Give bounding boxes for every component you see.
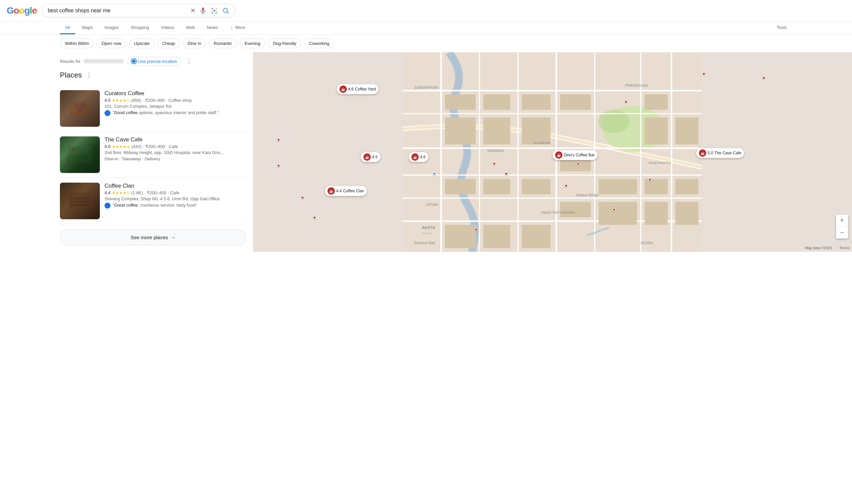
svg-text:ALKAPURI: ALKAPURI bbox=[533, 141, 550, 145]
svg-rect-55 bbox=[675, 202, 698, 225]
map-marker-coffee-yard[interactable]: ☕ 4.6 Coffee Yard bbox=[337, 84, 378, 94]
rating-row: 4.4 ★★★★½ (1.6K) · ₹200–400 · Cafe bbox=[105, 190, 246, 195]
precise-location-button[interactable]: Use precise location bbox=[127, 57, 181, 66]
coffee-clan-info: Coffee Clan 4.4 ★★★★½ (1.6K) · ₹200–400 … bbox=[105, 183, 246, 219]
svg-text:Jetalpur Bridge: Jetalpur Bridge bbox=[575, 193, 599, 197]
place-tags: Dine-in · Takeaway · Delivery bbox=[105, 156, 246, 161]
list-item[interactable]: The Cave Cafe 5.0 ★★★★★ (442) · ₹200–400… bbox=[60, 132, 246, 178]
results-meta: Results for Use precise location ⋮ bbox=[60, 56, 246, 66]
svg-rect-37 bbox=[445, 118, 476, 144]
map-marker-devis[interactable]: ☕ Devi's Coffee Bar bbox=[552, 150, 598, 160]
results-more-options-button[interactable]: ⋮ bbox=[185, 56, 193, 66]
places-title: Places bbox=[60, 71, 82, 79]
lens-search-button[interactable] bbox=[211, 7, 218, 14]
svg-rect-33 bbox=[483, 94, 510, 110]
chip-within-800m[interactable]: Within 800m bbox=[60, 39, 94, 48]
svg-point-10 bbox=[72, 148, 75, 151]
svg-point-3 bbox=[214, 10, 216, 12]
places-options-button[interactable]: ⋮ bbox=[85, 70, 93, 80]
map-marker-4-5[interactable]: ☕ 4.5 bbox=[361, 152, 380, 162]
coffee-icon: ☕ bbox=[555, 151, 563, 159]
svg-text:અકોટા: અકોટા bbox=[422, 232, 432, 235]
map-dot bbox=[277, 164, 280, 167]
coffee-icon: ☕ bbox=[699, 149, 706, 157]
chip-dog-friendly[interactable]: Dog-friendly bbox=[268, 39, 301, 48]
svg-rect-50 bbox=[445, 225, 476, 248]
map-footer: Map data ©2024 bbox=[805, 246, 832, 250]
map-dot bbox=[702, 72, 706, 75]
svg-rect-54 bbox=[645, 202, 668, 225]
svg-rect-51 bbox=[483, 225, 510, 248]
chip-romantic[interactable]: Romantic bbox=[209, 39, 237, 48]
search-bar[interactable]: best coffee shops near me ✕ bbox=[42, 4, 235, 17]
map-panel[interactable]: SUBHANPURA PRATAPGUNJ VADIWADI ALKAPURI … bbox=[253, 52, 852, 252]
chip-open-now[interactable]: Open now bbox=[96, 39, 126, 48]
main-layout: Results for Use precise location ⋮ Place… bbox=[0, 52, 852, 252]
place-address: 2nd floor, Midway Height, opp. SSG Hospi… bbox=[105, 150, 246, 155]
svg-text:PRATAPGUNJ: PRATAPGUNJ bbox=[625, 84, 648, 88]
chip-coworking[interactable]: Coworking bbox=[304, 39, 334, 48]
see-more-places-button[interactable]: See more places → bbox=[60, 230, 246, 245]
search-input[interactable]: best coffee shops near me bbox=[48, 8, 187, 14]
svg-rect-41 bbox=[645, 118, 668, 144]
list-item[interactable]: Curators Coffee 4.5 ★★★★½ (856) · ₹200–4… bbox=[60, 86, 246, 132]
tab-videos[interactable]: Videos bbox=[156, 22, 180, 34]
chip-upscale[interactable]: Upscale bbox=[129, 39, 155, 48]
map-marker-4-6-small[interactable]: ☕ 4.6 bbox=[409, 152, 428, 162]
map-dot bbox=[301, 196, 304, 199]
svg-rect-38 bbox=[483, 118, 510, 144]
tab-more[interactable]: ⋮ More bbox=[224, 22, 250, 34]
svg-text:Sayaji Baug Zoo: Sayaji Baug Zoo bbox=[648, 161, 671, 164]
map-background: SUBHANPURA PRATAPGUNJ VADIWADI ALKAPURI … bbox=[253, 52, 852, 252]
svg-rect-14 bbox=[70, 201, 90, 203]
svg-rect-43 bbox=[445, 179, 476, 194]
map-marker-coffee-clan[interactable]: ☕ 4.4 Coffee Clan bbox=[325, 186, 367, 196]
zoom-out-button[interactable]: − bbox=[836, 227, 848, 238]
svg-rect-46 bbox=[560, 202, 591, 217]
nav-tabs: All Maps Images Shopping Videos Web News… bbox=[0, 22, 852, 35]
map-dot bbox=[277, 138, 280, 141]
map-dot bbox=[504, 172, 508, 175]
chip-dine-in[interactable]: Dine in bbox=[183, 39, 206, 48]
left-panel: Results for Use precise location ⋮ Place… bbox=[0, 52, 253, 252]
google-logo[interactable]: Google bbox=[7, 5, 37, 16]
svg-rect-13 bbox=[70, 198, 90, 199]
tab-tools[interactable]: Tools bbox=[771, 22, 792, 34]
rating-row: 5.0 ★★★★★ (442) · ₹200–400 · Cafe bbox=[105, 144, 246, 149]
place-name: Coffee Clan bbox=[105, 183, 246, 189]
curators-coffee-info: Curators Coffee 4.5 ★★★★½ (856) · ₹200–4… bbox=[105, 90, 246, 127]
map-dot bbox=[576, 162, 580, 165]
clear-search-button[interactable]: ✕ bbox=[190, 7, 195, 14]
chip-evening[interactable]: Evening bbox=[239, 39, 265, 48]
map-marker-cave-cafe[interactable]: ☕ 5.0 The Cave Cafe bbox=[696, 148, 744, 158]
map-dot bbox=[433, 172, 436, 175]
map-dot bbox=[565, 184, 568, 187]
places-header: Places ⋮ bbox=[60, 70, 246, 80]
tab-news[interactable]: News bbox=[202, 22, 223, 34]
coffee-icon: ☕ bbox=[339, 86, 347, 93]
place-review: "Good coffee options, spacious interior … bbox=[105, 110, 246, 116]
map-terms[interactable]: Terms bbox=[839, 246, 849, 250]
zoom-in-button[interactable]: + bbox=[836, 215, 848, 227]
map-dot bbox=[313, 216, 316, 219]
voice-search-button[interactable] bbox=[199, 7, 207, 14]
location-dot-icon bbox=[131, 59, 136, 64]
map-controls: + − bbox=[836, 215, 848, 238]
chip-cheap[interactable]: Cheap bbox=[157, 39, 180, 48]
tab-maps[interactable]: Maps bbox=[76, 22, 98, 34]
svg-rect-34 bbox=[522, 94, 551, 110]
tab-shopping[interactable]: Shopping bbox=[125, 22, 155, 34]
search-submit-button[interactable] bbox=[222, 7, 229, 14]
svg-text:AKOTA: AKOTA bbox=[422, 226, 436, 230]
list-item[interactable]: Coffee Clan 4.4 ★★★★½ (1.6K) · ₹200–400 … bbox=[60, 178, 246, 224]
tab-images[interactable]: Images bbox=[99, 22, 124, 34]
place-name: The Cave Cafe bbox=[105, 137, 246, 143]
tab-web[interactable]: Web bbox=[181, 22, 200, 34]
tab-all[interactable]: All bbox=[60, 22, 75, 34]
svg-rect-0 bbox=[202, 8, 205, 11]
map-dot bbox=[648, 178, 652, 181]
cave-cafe-info: The Cave Cafe 5.0 ★★★★★ (442) · ₹200–400… bbox=[105, 137, 246, 173]
svg-rect-39 bbox=[522, 118, 551, 144]
blurred-location bbox=[84, 59, 124, 63]
svg-point-8 bbox=[77, 107, 83, 113]
